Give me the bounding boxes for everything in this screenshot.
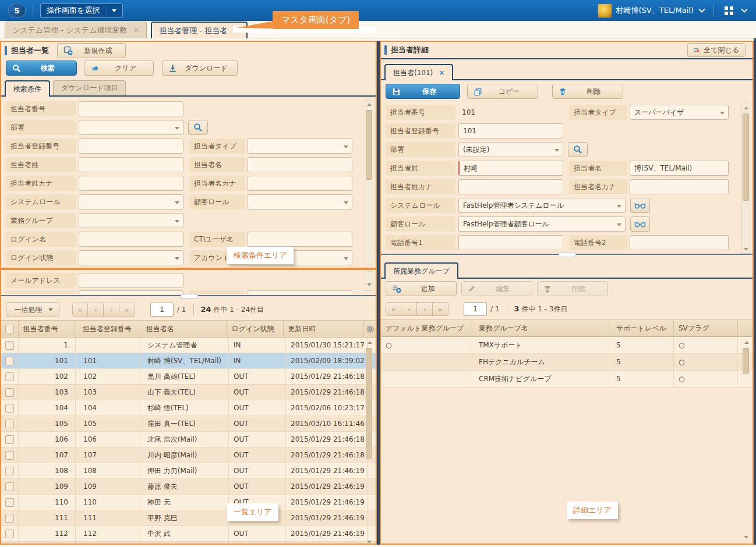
horizontal-splitter[interactable] xyxy=(1,295,376,300)
first-name-input[interactable] xyxy=(248,157,352,172)
first-kana-input[interactable] xyxy=(248,176,352,191)
table-row[interactable]: 101101村崎 博(SV、TEL/Mail)IN2015/02/09 18:3… xyxy=(1,353,376,369)
batch-process-button[interactable]: 一括処理 xyxy=(6,302,59,317)
table-row[interactable]: 106106北尾 浩次(Mail)OUT2015/01/29 21:46:18 xyxy=(1,432,376,447)
table-row[interactable]: 107107川内 昭彦(Mail)OUT2015/01/29 21:46:18 xyxy=(1,447,376,463)
column-header[interactable]: デフォルト業務グループ xyxy=(381,320,471,336)
dept-select[interactable] xyxy=(79,120,183,135)
download-button[interactable]: ダウンロード xyxy=(162,61,238,76)
view-role-button[interactable] xyxy=(630,198,650,213)
select-all-checkbox[interactable] xyxy=(5,325,14,333)
dept-search-button[interactable] xyxy=(188,120,208,135)
last-kana-input[interactable] xyxy=(458,179,563,194)
last-name-input[interactable] xyxy=(79,157,183,172)
save-button[interactable]: 保存 xyxy=(386,84,460,99)
tab-system-env[interactable]: システム管理 - システム環境変数 × xyxy=(5,22,147,38)
first-page-button[interactable]: « xyxy=(72,303,88,317)
customer-role-select[interactable] xyxy=(248,194,352,209)
search-button[interactable]: 検索 xyxy=(6,61,77,76)
list-scrollbar[interactable] xyxy=(365,339,374,545)
table-row[interactable]: 102102黒川 高雄(TEL)OUT2015/01/29 21:46:18 xyxy=(1,369,376,385)
detail-form-scrollbar[interactable] xyxy=(741,104,750,254)
row-checkbox[interactable] xyxy=(5,388,14,397)
row-checkbox[interactable] xyxy=(5,341,14,350)
notification-badge[interactable]: 5 xyxy=(8,3,26,18)
login-state-select[interactable] xyxy=(79,250,183,265)
tel2-input[interactable] xyxy=(630,235,729,250)
prev-page-button[interactable]: ‹ xyxy=(401,302,417,316)
page-number-input[interactable] xyxy=(150,303,174,317)
reg-number-input[interactable] xyxy=(458,123,563,138)
column-header[interactable]: 担当者登録番号 xyxy=(78,321,139,337)
staff-number-input[interactable] xyxy=(79,101,183,116)
column-header[interactable]: 業務グループ名 xyxy=(474,320,609,336)
table-row[interactable]: 112112中沢 武OUT2015/01/29 21:46:19 xyxy=(1,526,376,542)
scrollbar-thumb[interactable] xyxy=(366,110,372,180)
table-row[interactable]: CRM技術ナビグループ5○ xyxy=(381,371,753,388)
group-table-scrollbar[interactable] xyxy=(742,339,751,541)
business-group-select[interactable] xyxy=(79,213,183,228)
table-row[interactable]: 109109藤原 俊夫OUT2015/01/29 21:46:19 xyxy=(1,479,376,495)
staff-type-select[interactable]: スーパーバイザ xyxy=(630,105,729,120)
tel1-input[interactable] xyxy=(458,235,563,250)
create-new-button[interactable]: 新規作成 xyxy=(57,43,126,58)
tab-download-items[interactable]: ダウンロード項目 xyxy=(53,80,126,95)
dept-search-button[interactable] xyxy=(568,142,588,157)
row-checkbox[interactable] xyxy=(5,514,14,523)
chevron-down-icon[interactable] xyxy=(741,8,748,13)
row-checkbox[interactable] xyxy=(5,435,14,444)
scroll-down-icon[interactable] xyxy=(367,541,372,544)
login-name-input[interactable] xyxy=(79,232,183,247)
edit-group-button[interactable]: 編集 xyxy=(461,281,532,296)
reg-number-input[interactable] xyxy=(79,138,183,154)
scrollbar-thumb[interactable] xyxy=(743,113,749,201)
page-number-input[interactable] xyxy=(464,302,487,316)
first-kana-input[interactable] xyxy=(630,179,729,194)
table-row[interactable]: 110110神田 元OUT2015/01/29 21:46:19 xyxy=(1,495,376,510)
row-checkbox[interactable] xyxy=(5,404,14,413)
system-role-select[interactable]: FastHelp管理者システムロール xyxy=(458,198,626,213)
close-icon[interactable]: × xyxy=(133,26,139,34)
scroll-down-icon[interactable] xyxy=(744,248,748,251)
view-role-button[interactable] xyxy=(630,216,650,232)
table-row[interactable]: 105105窪田 真一(TEL)OUT2015/03/10 16:11:46 xyxy=(1,416,376,432)
row-checkbox[interactable] xyxy=(5,467,14,475)
table-row[interactable]: 111111平野 克巳OUT2015/01/29 21:46:19 xyxy=(1,510,376,526)
cti-user-input[interactable] xyxy=(248,232,352,247)
column-settings-button[interactable] xyxy=(364,321,376,337)
delete-group-button[interactable]: 削除 xyxy=(537,281,608,296)
next-page-button[interactable]: › xyxy=(417,302,433,316)
prev-page-button[interactable]: ‹ xyxy=(88,303,104,317)
close-icon[interactable]: × xyxy=(439,69,444,77)
search-form-scrollbar[interactable] xyxy=(365,100,373,265)
system-role-select[interactable] xyxy=(79,194,183,209)
scrollbar-thumb[interactable] xyxy=(366,348,372,459)
last-name-input[interactable] xyxy=(458,161,563,176)
next-page-button[interactable]: › xyxy=(104,303,119,317)
last-kana-input[interactable] xyxy=(79,176,183,191)
row-checkbox[interactable] xyxy=(5,357,14,365)
column-header[interactable]: 担当者番号 xyxy=(19,321,75,337)
scroll-up-icon[interactable] xyxy=(367,103,372,106)
dept-select[interactable]: (未設定) xyxy=(458,142,563,157)
column-header[interactable]: 担当者名 xyxy=(142,321,227,337)
chevron-down-icon[interactable] xyxy=(698,8,705,13)
tab-business-groups[interactable]: 所属業務グループ xyxy=(384,262,458,279)
row-checkbox[interactable] xyxy=(5,372,14,381)
first-page-button[interactable]: « xyxy=(386,302,401,316)
first-name-input[interactable] xyxy=(630,161,729,176)
scroll-up-icon[interactable] xyxy=(368,341,372,344)
scroll-down-icon[interactable] xyxy=(367,283,372,286)
delete-button[interactable]: 削除 xyxy=(552,84,623,99)
horizontal-splitter[interactable] xyxy=(381,254,753,259)
table-row[interactable]: FHテクニカルチーム5○ xyxy=(381,354,753,371)
close-all-button[interactable]: 全て閉じる xyxy=(687,43,746,57)
table-row[interactable]: 113113青木 次郎OUT2015/01/29 21:46:19 xyxy=(1,542,376,545)
row-checkbox[interactable] xyxy=(5,451,14,460)
last-page-button[interactable]: » xyxy=(119,303,135,317)
user-name[interactable]: 村崎博(SV、TEL/Mail) xyxy=(616,5,694,16)
column-header[interactable]: サポートレベル xyxy=(612,320,674,336)
row-checkbox[interactable] xyxy=(5,420,14,428)
last-page-button[interactable]: » xyxy=(433,302,448,316)
table-row[interactable]: ○TMXサポート5○ xyxy=(381,337,753,354)
